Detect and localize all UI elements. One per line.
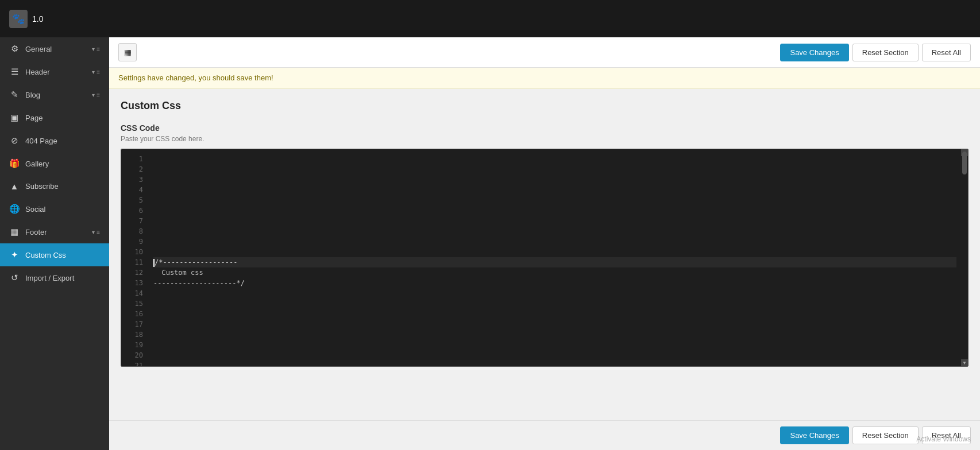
code-line-10 [153,247,956,257]
line-num-19: 19 [121,340,149,350]
sidebar-item-import-export[interactable]: ↺ Import / Export [0,266,109,289]
sidebar-label-header: Header [25,68,86,76]
code-line-12: Custom css [153,267,956,278]
sidebar-icon-blog: ✎ [9,90,20,100]
line-num-17: 17 [121,319,149,329]
line-num-9: 9 [121,236,149,247]
line-num-14: 14 [121,288,149,298]
sidebar-label-blog: Blog [25,91,86,99]
expand-icon-blog: ▾ ≡ [92,92,100,98]
sidebar-item-header[interactable]: ☰ Header ▾ ≡ [0,60,109,83]
line-num-11: 11 [121,257,149,267]
logo-icon: 🐾 [9,10,28,28]
code-line-11: /*------------------ [153,257,956,267]
notice-bar: Settings have changed, you should save t… [109,68,980,88]
code-editor[interactable]: 1234567891011121314151617181920212223242… [121,149,969,367]
reset-section-button-top[interactable]: Reset Section [852,44,919,61]
sidebar-item-gallery[interactable]: 🎁 Gallery [0,152,109,175]
expand-icon-header: ▾ ≡ [92,69,100,75]
code-line-14 [153,288,956,298]
code-line-21 [153,360,956,366]
code-line-5 [153,195,956,205]
field-label: CSS Code [121,123,969,133]
sidebar-icon-footer: ▦ [9,227,20,237]
scrollbar-thumb[interactable] [962,152,967,174]
topbar: 🐾 1.0 [0,0,980,37]
line-num-4: 4 [121,185,149,195]
line-num-21: 21 [121,360,149,366]
toolbar-left: ▦ [118,43,137,61]
code-line-4 [153,185,956,195]
watermark: Activate Windows [916,435,971,443]
line-num-5: 5 [121,195,149,205]
code-line-9 [153,236,956,247]
main-layout: ⚙ General ▾ ≡ ☰ Header ▾ ≡ ✎ Blog ▾ ≡ ▣ … [0,37,980,450]
code-line-7 [153,216,956,226]
code-line-18 [153,329,956,340]
sidebar-item-custom-css[interactable]: ✦ Custom Css [0,243,109,266]
grid-button[interactable]: ▦ [118,43,137,61]
top-toolbar: ▦ Save Changes Reset Section Reset All [109,37,980,68]
sidebar-label-footer: Footer [25,228,86,236]
section-title: Custom Css [121,100,969,112]
grid-icon: ▦ [124,48,132,57]
line-num-3: 3 [121,174,149,185]
sidebar-label-import-export: Import / Export [25,274,100,282]
sidebar-item-footer[interactable]: ▦ Footer ▾ ≡ [0,220,109,243]
sidebar-item-general[interactable]: ⚙ General ▾ ≡ [0,37,109,60]
scroll-down-arrow[interactable]: ▼ [961,359,968,366]
page-content: Custom Css CSS Code Paste your CSS code … [109,88,980,420]
save-changes-button-bottom[interactable]: Save Changes [780,426,848,444]
bottom-toolbar: Save Changes Reset Section Reset All [109,420,980,450]
sidebar-label-subscribe: Subscribe [25,182,100,191]
field-description: Paste your CSS code here. [121,135,969,143]
expand-icon-general: ▾ ≡ [92,46,100,52]
code-line-13: --------------------*/ [153,278,956,288]
line-num-10: 10 [121,247,149,257]
content-area: ▦ Save Changes Reset Section Reset All S… [109,37,980,450]
code-line-16 [153,309,956,319]
sidebar-icon-social: 🌐 [9,204,20,214]
reset-section-button-bottom[interactable]: Reset Section [852,426,919,444]
code-line-3 [153,174,956,185]
sidebar-label-404page: 404 Page [25,137,100,145]
sidebar-item-blog[interactable]: ✎ Blog ▾ ≡ [0,83,109,106]
sidebar-item-social[interactable]: 🌐 Social [0,197,109,220]
sidebar-label-general: General [25,45,86,53]
code-line-15 [153,298,956,309]
reset-all-button-top[interactable]: Reset All [922,44,971,61]
line-numbers: 1234567891011121314151617181920212223242… [121,149,149,366]
sidebar-label-page: Page [25,114,100,122]
line-num-18: 18 [121,329,149,340]
toolbar-right: Save Changes Reset Section Reset All [780,44,971,61]
sidebar-icon-404page: ⊘ [9,135,20,146]
sidebar-label-social: Social [25,205,100,214]
line-num-12: 12 [121,267,149,278]
sidebar-icon-gallery: 🎁 [9,158,20,169]
line-num-13: 13 [121,278,149,288]
line-num-20: 20 [121,350,149,360]
code-line-6 [153,205,956,216]
sidebar-item-404page[interactable]: ⊘ 404 Page [0,129,109,152]
sidebar-icon-custom-css: ✦ [9,250,20,260]
line-num-2: 2 [121,164,149,174]
sidebar-icon-subscribe: ▲ [9,181,20,191]
code-content[interactable]: /*------------------ Custom css---------… [149,149,961,366]
notice-text: Settings have changed, you should save t… [118,73,273,82]
code-line-8 [153,226,956,236]
line-num-6: 6 [121,205,149,216]
code-line-17 [153,319,956,329]
save-changes-button-top[interactable]: Save Changes [780,44,848,61]
code-line-20 [153,350,956,360]
line-num-8: 8 [121,226,149,236]
sidebar-icon-header: ☰ [9,67,20,77]
sidebar-item-subscribe[interactable]: ▲ Subscribe [0,175,109,197]
line-num-15: 15 [121,298,149,309]
line-num-16: 16 [121,309,149,319]
sidebar-icon-general: ⚙ [9,44,20,54]
sidebar-icon-page: ▣ [9,113,20,123]
editor-scrollbar[interactable]: ▲ ▼ [961,149,968,366]
sidebar-item-page[interactable]: ▣ Page [0,106,109,129]
sidebar: ⚙ General ▾ ≡ ☰ Header ▾ ≡ ✎ Blog ▾ ≡ ▣ … [0,37,109,450]
code-line-19 [153,340,956,350]
